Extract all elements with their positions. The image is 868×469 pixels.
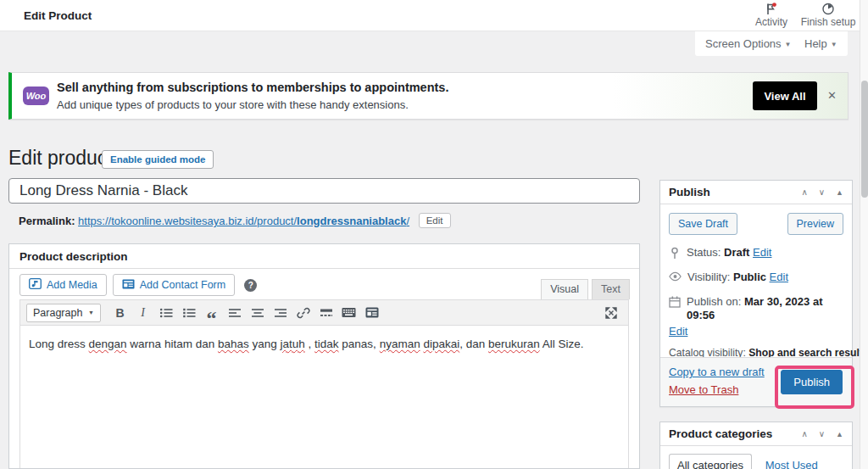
italic-icon[interactable]: I (132, 304, 153, 322)
move-up-icon[interactable]: ∧ (801, 429, 807, 438)
chevron-down-icon: ▼ (831, 41, 837, 48)
permalink-link[interactable]: https://tokoonline.websitesaya.biz.id/pr… (78, 215, 409, 227)
add-contact-form-button[interactable]: Add Contact Form (113, 274, 235, 296)
paragraph-label: Paragraph (33, 307, 82, 319)
move-up-icon[interactable]: ∧ (801, 187, 807, 197)
most-used-tab[interactable]: Most Used (765, 459, 818, 469)
help-label: Help (804, 37, 827, 50)
banner-subtitle: Add unique types of products to your sto… (57, 98, 409, 111)
product-title-input[interactable] (8, 178, 640, 204)
product-categories-panel: Product categories ∧ ∨ ▲ All categories … (659, 422, 853, 469)
edit-publish-date-link[interactable]: Edit (669, 325, 687, 338)
tinymce-editor: Paragraph ▼ B I “ (19, 299, 629, 468)
blockquote-icon[interactable]: “ (201, 304, 222, 322)
panel-title: Product description (9, 244, 639, 269)
scrollbar-thumb[interactable] (861, 81, 868, 198)
publish-actions-footer: Copy to a new draft Move to Trash Publis… (660, 357, 852, 406)
setup-progress-icon (821, 3, 835, 15)
permalink-row: Permalink: https://tokoonline.websitesay… (19, 213, 451, 228)
wordpress-edit-product-page: Edit Product Activity Finish setup Scree… (0, 0, 868, 469)
help-tab[interactable]: Help▼ (794, 31, 848, 56)
move-down-icon[interactable]: ∨ (819, 187, 825, 197)
edit-product-heading: Edit product (8, 147, 113, 170)
align-left-icon[interactable] (224, 304, 245, 322)
read-more-tag-icon[interactable] (315, 304, 337, 322)
toggle-panel-icon[interactable]: ▲ (836, 188, 843, 197)
banner-title: Sell anything from subscriptions to memb… (57, 81, 448, 94)
preview-button[interactable]: Preview (787, 213, 843, 235)
screen-options-label: Screen Options (705, 37, 782, 50)
publish-panel-title: Publish (669, 186, 801, 198)
help-icon[interactable]: ? (244, 279, 257, 292)
publish-on-label: Publish on: (687, 295, 741, 308)
woocommerce-banner: Woo Sell anything from subscriptions to … (8, 72, 849, 120)
permalink-slash: / (406, 215, 409, 227)
chevron-down-icon: ▼ (785, 41, 792, 48)
editor-mode-tabs: Visual Text (541, 279, 630, 299)
link-icon[interactable] (292, 304, 314, 322)
text-tab[interactable]: Text (592, 279, 630, 299)
eye-icon (669, 271, 682, 282)
permalink-slug: longdressnaniablack (297, 215, 406, 227)
publish-panel: Publish ∧ ∨ ▲ Save Draft Preview Status:… (659, 180, 853, 407)
move-down-icon[interactable]: ∨ (819, 429, 825, 438)
page-title: Edit Product (24, 9, 92, 22)
bold-icon[interactable]: B (109, 304, 131, 322)
chevron-down-icon: ▼ (88, 310, 94, 315)
contact-form-icon (122, 279, 135, 292)
screen-options-tab[interactable]: Screen Options▼ (695, 31, 802, 56)
view-all-button[interactable]: View All (753, 81, 817, 110)
paragraph-format-select[interactable]: Paragraph ▼ (26, 304, 101, 322)
add-media-button[interactable]: Add Media (19, 274, 107, 296)
permalink-label: Permalink: (19, 215, 75, 227)
description-text[interactable]: Long dress dengan warna hitam dan bahas … (20, 326, 628, 467)
activity-flag-icon (765, 3, 778, 15)
publish-on-row: Publish on: Mar 30, 2023 at 09:56 (669, 295, 843, 322)
visibility-row: Visibility: Public Edit (669, 271, 843, 284)
edit-status-link[interactable]: Edit (753, 246, 771, 259)
permalink-edit-button[interactable]: Edit (419, 213, 451, 228)
admin-top-bar: Edit Product Activity Finish setup (0, 0, 868, 31)
woo-logo: Woo (23, 87, 49, 105)
add-contact-form-label: Add Contact Form (140, 279, 225, 291)
visibility-value: Public (733, 271, 766, 283)
align-center-icon[interactable] (247, 304, 268, 322)
editor-toolbar: Paragraph ▼ B I “ (20, 300, 628, 326)
scrollbar-track[interactable] (860, 0, 868, 469)
toggle-panel-icon[interactable]: ▲ (836, 430, 843, 438)
status-row: Status: Draft Edit (669, 246, 843, 260)
visual-tab[interactable]: Visual (541, 279, 588, 299)
enable-guided-mode-button[interactable]: Enable guided mode (102, 150, 214, 169)
product-description-panel: Product description Add Media Add Contac… (8, 243, 640, 469)
keyboard-shortcuts-icon[interactable] (338, 304, 359, 322)
bulleted-list-icon[interactable] (155, 304, 176, 322)
categories-panel-header: Product categories ∧ ∨ ▲ (660, 422, 852, 446)
publish-panel-header: Publish ∧ ∨ ▲ (660, 181, 852, 204)
save-draft-button[interactable]: Save Draft (669, 213, 737, 235)
permalink-base: https://tokoonline.websitesaya.biz.id/pr… (78, 215, 297, 227)
status-pin-icon (669, 247, 681, 260)
status-value: Draft (724, 246, 749, 259)
finish-setup-label: Finish setup (801, 16, 856, 28)
align-right-icon[interactable] (270, 304, 291, 322)
finish-setup-button[interactable]: Finish setup (798, 3, 858, 28)
publish-button[interactable]: Publish (781, 370, 843, 394)
form-gui-icon[interactable] (361, 304, 382, 322)
add-media-label: Add Media (47, 279, 97, 291)
move-to-trash-link[interactable]: Move to Trash (669, 383, 738, 396)
all-categories-tab[interactable]: All categories (669, 454, 752, 469)
editor-tools-row: Add Media Add Contact Form ? Visual Text (9, 269, 639, 299)
close-icon[interactable]: ✕ (827, 89, 837, 102)
calendar-icon (669, 296, 681, 308)
categories-panel-title: Product categories (669, 427, 801, 440)
status-label: Status: (687, 246, 721, 259)
edit-visibility-link[interactable]: Edit (770, 271, 788, 283)
fullscreen-icon[interactable] (600, 304, 621, 322)
media-icon (29, 278, 42, 292)
visibility-label: Visibility: (687, 271, 730, 283)
activity-button[interactable]: Activity (749, 3, 793, 28)
numbered-list-icon[interactable] (178, 304, 199, 322)
activity-label: Activity (755, 16, 787, 28)
